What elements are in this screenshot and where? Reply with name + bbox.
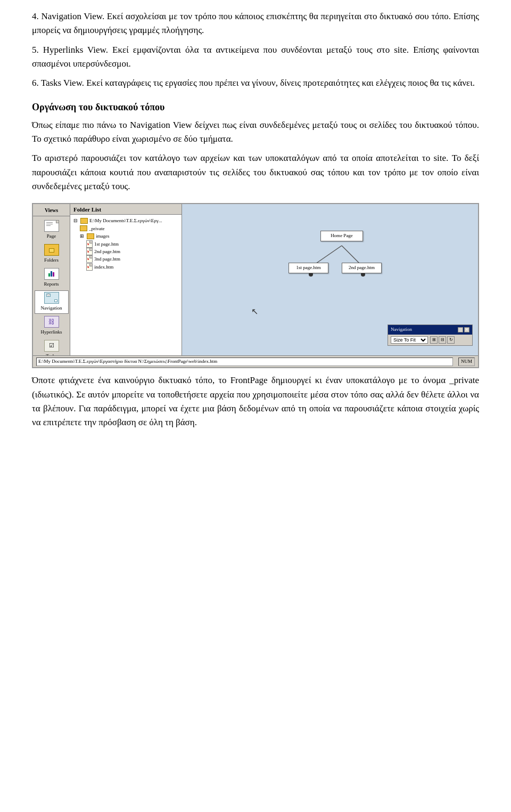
sidebar-item-hyperlinks[interactable]: ⛓ Hyperlinks	[35, 314, 69, 338]
file-1st-label: 1st page.htm	[94, 240, 119, 248]
private-folder-icon	[80, 225, 87, 231]
sidebar-item-folders[interactable]: Folders	[35, 242, 69, 266]
list-item-5: 5. Hyperlinks View. Εκεί εμφανίζονται όλ…	[32, 43, 479, 71]
file-index[interactable]: h index.htm	[73, 263, 178, 271]
nav-box-home: Home Page	[320, 231, 363, 241]
reports-label: Reports	[44, 281, 59, 288]
nav-box-page2: 2nd page.htm	[342, 263, 382, 273]
item5-text: 5. Hyperlinks View. Εκεί εμφανίζονται όλ…	[32, 43, 479, 71]
item6-number: 6.	[32, 78, 39, 88]
item4-number: 4.	[32, 11, 39, 21]
nav-tool-btn-2[interactable]: ⊟	[439, 336, 446, 344]
nav-box-page1: 1st page.htm	[289, 263, 328, 273]
root-path: E:\My Documents\T.E.Σ.εργών\Εργ...	[89, 217, 162, 224]
file-3nd-label: 3nd page.htm	[94, 255, 120, 263]
file-icon-1: h	[86, 240, 93, 248]
navigation-label: Navigation	[41, 305, 62, 312]
folders-label: Folders	[44, 257, 59, 264]
status-bar: E:\My Documents\T.E.Σ.εργών\Εργαστήριο δ…	[33, 355, 478, 367]
navigation-icon: ⬡	[44, 292, 59, 304]
folders-icon	[44, 244, 59, 256]
nav-panel-header: Navigation _ ✕	[388, 325, 472, 335]
file-icon-2: h	[86, 248, 93, 255]
folder-root[interactable]: ⊟ E:\My Documents\T.E.Σ.εργών\Εργ...	[73, 217, 178, 224]
section-para1: Όπως είπαμε πιο πάνω το Navigation View …	[32, 118, 479, 147]
nav-minimize-button[interactable]: _	[458, 327, 463, 332]
status-path: E:\My Documents\T.E.Σ.εργών\Εργαστήριο δ…	[36, 358, 453, 366]
status-num: NUM	[458, 358, 475, 366]
folder-panel: Folder List ⊟ E:\My Documents\T.E.Σ.εργώ…	[70, 204, 182, 367]
page-icon	[44, 220, 59, 232]
hyperlinks-icon: ⛓	[44, 316, 59, 328]
folder-images[interactable]: ⊞ images	[73, 232, 178, 240]
section-para2: Το αριστερό παρουσιάζει τον κατάλογο των…	[32, 151, 479, 193]
item4-content: Navigation View. Εκεί ασχολείσαι με τον …	[32, 11, 479, 35]
images-folder-icon	[87, 233, 94, 239]
file-2nd-page[interactable]: h 2nd page.htm	[73, 248, 178, 255]
item6-content: Tasks View. Εκεί καταγράφεις τις εργασίε…	[41, 78, 475, 88]
nav-tool-btn-1[interactable]: ⊞	[430, 336, 438, 344]
folder-private[interactable]: _private	[73, 225, 178, 232]
screenshot: Views Page Folders	[32, 203, 479, 368]
page-label: Page	[47, 233, 56, 240]
tasks-icon: ☑	[44, 340, 59, 352]
private-label: _private	[89, 225, 105, 232]
nav-small-panel: Navigation _ ✕ Size To Fit ⊞ ⊟ ↻	[388, 324, 473, 346]
nav-size-dropdown[interactable]: Size To Fit	[391, 336, 428, 344]
mouse-cursor-icon: ↖	[251, 305, 258, 319]
nav-panel-body: Size To Fit ⊞ ⊟ ↻	[388, 335, 472, 345]
item4-text: 4. Navigation View. Εκεί ασχολείσαι με τ…	[32, 10, 479, 38]
reports-icon	[44, 268, 59, 280]
nav-panel-controls[interactable]: _ ✕	[458, 327, 469, 332]
hyperlinks-label: Hyperlinks	[41, 329, 62, 336]
file-icon-3: h	[86, 255, 93, 263]
file-1st-page[interactable]: h 1st page.htm	[73, 240, 178, 248]
nav-panel-title: Navigation	[391, 326, 412, 334]
images-label: images	[96, 232, 110, 240]
nav-tool-btn-3[interactable]: ↻	[447, 336, 455, 344]
views-tab-label[interactable]: Views	[33, 205, 70, 216]
file-index-label: index.htm	[94, 263, 113, 271]
sidebar-item-page[interactable]: Page	[35, 218, 69, 242]
sidebar-panel: Views Page Folders	[33, 204, 70, 367]
nav-close-button[interactable]: ✕	[464, 327, 469, 332]
item5-number: 5.	[32, 45, 39, 55]
file-3nd-page[interactable]: h 3nd page.htm	[73, 255, 178, 263]
nav-toolbar-buttons: ⊞ ⊟ ↻	[430, 336, 455, 344]
folder-tree: ⊟ E:\My Documents\T.E.Σ.εργών\Εργ... _pr…	[70, 215, 182, 273]
list-item-6: 6. Tasks View. Εκεί καταγράφεις τις εργα…	[32, 76, 479, 90]
main-navigation-area: Home Page 1st page.htm 2nd page.htm ↖ Na…	[182, 204, 478, 367]
folder-list-header: Folder List	[70, 204, 182, 215]
nav-diagram: Home Page 1st page.htm 2nd page.htm	[278, 231, 416, 305]
item5-content: Hyperlinks View. Εκεί εμφανίζονται όλα τ…	[32, 45, 479, 69]
item6-text: 6. Tasks View. Εκεί καταγράφεις τις εργα…	[32, 76, 479, 90]
section-heading: Οργάνωση του δικτυακού τόπου	[32, 100, 479, 115]
list-item-4: 4. Navigation View. Εκεί ασχολείσαι με τ…	[32, 10, 479, 38]
file-icon-4: h	[86, 263, 93, 271]
sidebar-item-reports[interactable]: Reports	[35, 266, 69, 290]
root-folder-icon	[80, 218, 88, 224]
section-para3: Όποτε φτιάχνετε ένα καινούργιο δικτυακό …	[32, 373, 479, 429]
sidebar-item-navigation[interactable]: ⬡ Navigation	[35, 290, 69, 314]
file-2nd-label: 2nd page.htm	[94, 248, 120, 255]
